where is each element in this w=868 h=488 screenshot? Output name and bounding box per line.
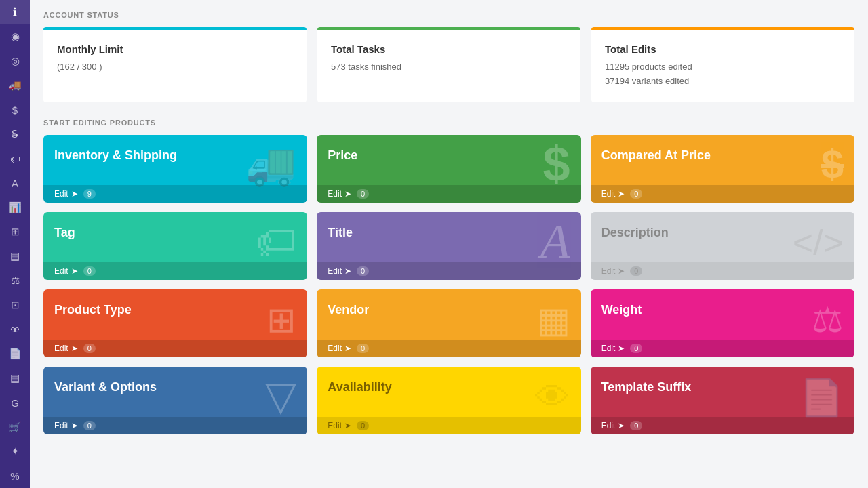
weight-edit-label: Edit (601, 344, 616, 353)
variant-edit-arrow: ➤ (71, 421, 78, 430)
tag-edit-label: Edit (54, 266, 68, 276)
total-edits-products: 11295 products edited (605, 60, 841, 75)
layers-nav-icon[interactable]: ▤ (0, 366, 30, 390)
doc-nav-icon[interactable]: 📄 (0, 342, 30, 366)
target-icon[interactable]: ◎ (0, 49, 30, 73)
title-edit-arrow: ➤ (344, 266, 351, 276)
scale-nav-icon[interactable]: ⚖ (0, 268, 30, 293)
eye-nav-icon[interactable]: 👁 (0, 317, 30, 342)
description-title: Description (601, 226, 844, 240)
box-nav-icon[interactable]: ⊡ (0, 293, 30, 317)
title-count: 0 (357, 266, 369, 276)
badge-nav-icon[interactable]: ✦ (0, 439, 30, 464)
variant-card[interactable]: Variant & Options ▽ Edit ➤ 0 (43, 367, 307, 434)
tag-edit-bar[interactable]: Edit ➤ 0 (43, 262, 307, 280)
variant-edit-bar[interactable]: Edit ➤ 0 (43, 417, 307, 434)
product-type-edit-bar[interactable]: Edit ➤ 0 (43, 340, 307, 357)
weight-edit-bar[interactable]: Edit ➤ 0 (591, 340, 854, 357)
dashboard-icon[interactable]: ◉ (0, 24, 30, 49)
tag-nav-icon[interactable]: 🏷 (0, 146, 30, 171)
availability-card[interactable]: Availability 👁 Edit ➤ 0 (317, 367, 580, 434)
total-edits-variants: 37194 variants edited (605, 75, 841, 89)
product-type-edit-label: Edit (54, 344, 68, 353)
vendor-edit-bar[interactable]: Edit ➤ 0 (317, 340, 580, 357)
list-nav-icon[interactable]: ▤ (0, 244, 30, 268)
price-title: Price (328, 148, 570, 163)
variant-title: Variant & Options (54, 380, 296, 394)
template-suffix-count: 0 (630, 421, 642, 430)
account-status-title: ACCOUNT STATUS (43, 11, 854, 19)
total-edits-label: Total Edits (605, 43, 841, 55)
monthly-limit-value: (162 / 300 ) (57, 60, 293, 75)
weight-title: Weight (601, 303, 844, 317)
weight-card[interactable]: Weight ⚖ Edit ➤ 0 (591, 289, 854, 357)
truck-icon[interactable]: 🚚 (0, 73, 30, 98)
total-tasks-label: Total Tasks (331, 43, 567, 55)
inventory-count: 9 (83, 189, 96, 199)
monthly-limit-card: Monthly Limit (162 / 300 ) (43, 27, 307, 102)
availability-count: 0 (357, 421, 369, 430)
sidebar: ℹ ◉ ◎ 🚚 $ S̶ 🏷 A 📊 ⊞ ▤ ⚖ ⊡ 👁 📄 ▤ G 🛒 ✦ % (0, 0, 30, 488)
availability-edit-bar[interactable]: Edit ➤ 0 (317, 417, 580, 434)
font-card-icon: A (540, 216, 570, 265)
chart-nav-icon[interactable]: 📊 (0, 195, 30, 220)
title-card-title: Title (328, 226, 570, 240)
percent-nav-icon[interactable]: % (0, 464, 30, 488)
total-tasks-card: Total Tasks 573 tasks finished (317, 27, 580, 102)
product-type-count: 0 (83, 344, 96, 353)
grid-nav-icon[interactable]: ⊞ (0, 220, 30, 244)
product-type-card[interactable]: Product Type ⊞ Edit ➤ 0 (43, 289, 307, 357)
dollar-card-icon: $ (543, 139, 570, 188)
compared-price-count: 0 (630, 189, 642, 199)
description-card[interactable]: Description </> Edit ➤ 0 (591, 212, 854, 280)
description-edit-arrow: ➤ (618, 266, 625, 276)
vendor-edit-label: Edit (328, 344, 342, 353)
template-suffix-title: Template Suffix (601, 380, 844, 394)
availability-edit-arrow: ➤ (344, 421, 351, 430)
total-edits-card: Total Edits 11295 products edited 37194 … (591, 27, 854, 102)
description-edit-label: Edit (601, 266, 616, 276)
strikethrough-icon[interactable]: S̶ (0, 122, 30, 146)
dollar-nav-icon[interactable]: $ (0, 98, 30, 122)
weight-edit-arrow: ➤ (618, 344, 625, 353)
main-content: ACCOUNT STATUS Monthly Limit (162 / 300 … (30, 0, 868, 488)
inventory-edit-arrow: ➤ (71, 189, 78, 199)
price-card[interactable]: Price $ Edit ➤ 0 (317, 135, 580, 203)
tag-edit-arrow: ➤ (71, 266, 78, 276)
availability-title: Availability (328, 380, 570, 394)
variant-edit-label: Edit (54, 421, 68, 430)
description-edit-bar[interactable]: Edit ➤ 0 (591, 262, 854, 280)
vendor-edit-arrow: ➤ (344, 344, 351, 353)
product-type-edit-arrow: ➤ (71, 344, 78, 353)
compared-price-card[interactable]: Compared At Price $ Edit ➤ 0 (591, 135, 854, 203)
title-card[interactable]: Title A Edit ➤ 0 (317, 212, 580, 280)
template-suffix-edit-label: Edit (601, 421, 616, 430)
availability-edit-label: Edit (328, 421, 342, 430)
tag-title: Tag (54, 226, 296, 240)
title-edit-label: Edit (328, 266, 342, 276)
vendor-title: Vendor (328, 303, 570, 317)
stats-row: Monthly Limit (162 / 300 ) Total Tasks 5… (43, 27, 854, 102)
editing-section-title: START EDITING PRODUCTS (43, 119, 854, 127)
compared-price-edit-bar[interactable]: Edit ➤ 0 (591, 185, 854, 203)
inventory-card[interactable]: Inventory & Shipping 🚚 Edit ➤ 9 (43, 135, 307, 203)
vendor-count: 0 (357, 344, 369, 353)
price-edit-bar[interactable]: Edit ➤ 0 (317, 185, 580, 203)
compared-price-edit-arrow: ➤ (618, 189, 625, 199)
template-suffix-card[interactable]: Template Suffix 📄 Edit ➤ 0 (591, 367, 854, 434)
total-tasks-value: 573 tasks finished (331, 60, 567, 75)
compared-price-title: Compared At Price (601, 148, 844, 163)
template-suffix-edit-bar[interactable]: Edit ➤ 0 (591, 417, 854, 434)
cart-nav-icon[interactable]: 🛒 (0, 415, 30, 439)
price-count: 0 (357, 189, 369, 199)
monthly-limit-label: Monthly Limit (57, 43, 293, 55)
tag-card[interactable]: Tag 🏷 Edit ➤ 0 (43, 212, 307, 280)
inventory-edit-bar[interactable]: Edit ➤ 9 (43, 185, 307, 203)
info-icon[interactable]: ℹ (0, 0, 30, 24)
description-count: 0 (630, 266, 642, 276)
products-grid: Inventory & Shipping 🚚 Edit ➤ 9 Price $ … (43, 135, 854, 434)
g-nav-icon[interactable]: G (0, 390, 30, 415)
vendor-card[interactable]: Vendor ▦ Edit ➤ 0 (317, 289, 580, 357)
compared-price-edit-label: Edit (601, 189, 616, 199)
font-nav-icon[interactable]: A (0, 171, 30, 195)
